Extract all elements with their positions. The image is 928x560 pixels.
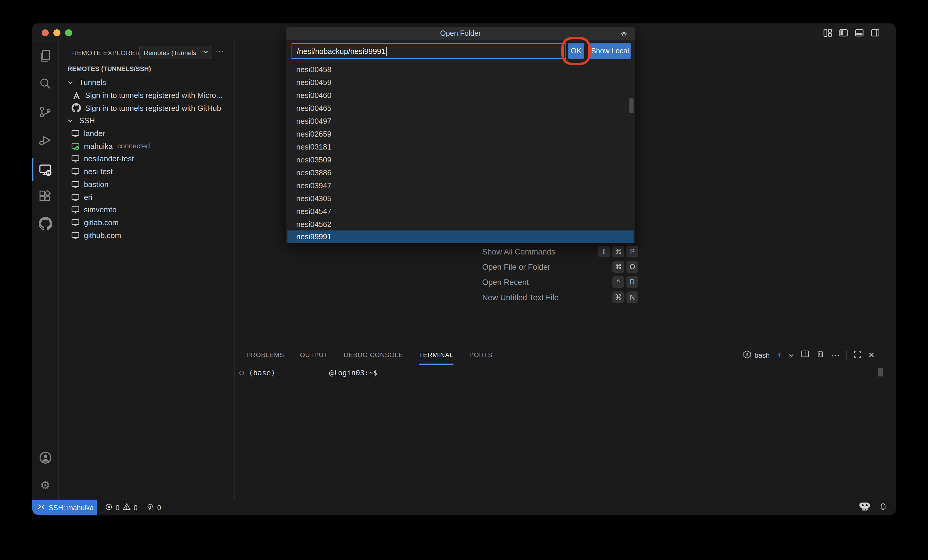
remote-indicator[interactable]: SSH: mahuika [32, 500, 97, 515]
tree-item-github-com[interactable]: github.com [59, 229, 234, 242]
folder-option-nesi00459[interactable]: nesi00459 [286, 76, 635, 89]
panel-tab-terminal[interactable]: TERMINAL [419, 345, 453, 365]
folder-option-nesi03947[interactable]: nesi03947 [286, 179, 635, 192]
terminal-launch-chevron-icon[interactable] [788, 350, 794, 360]
source-control-icon[interactable] [38, 105, 52, 119]
search-icon[interactable] [38, 77, 52, 91]
terminal-prompt-line[interactable]: (base) @login03:~$ [239, 368, 378, 377]
folder-option-nesi03509[interactable]: nesi03509 [286, 153, 635, 166]
folder-path-input[interactable]: /nesi/nobackup/nesi99991 [292, 43, 566, 59]
watermark-command-label: Open File or Folder [482, 262, 551, 271]
keybinding-key: ⌘ [612, 261, 624, 273]
tree-item-nesilander-test[interactable]: nesilander-test [59, 153, 234, 165]
ports-status-item[interactable]: 0 [146, 500, 161, 515]
sidebar-more-actions-button[interactable]: ··· [215, 46, 225, 55]
remotes-section-header[interactable]: REMOTES (TUNNELS/SSH) [67, 65, 151, 72]
macos-minimize-button[interactable] [53, 29, 60, 37]
panel-tab-debug-console[interactable]: DEBUG CONSOLE [344, 345, 403, 365]
settings-gear-icon[interactable]: ⚙ [38, 478, 52, 492]
tree-item-label: simvemto [84, 205, 116, 214]
terminal-scrollbar-thumb[interactable] [878, 368, 883, 377]
ok-button[interactable]: OK [568, 43, 584, 59]
panel-more-actions-icon[interactable]: ⋯ [831, 351, 840, 359]
dialog-scrollbar-thumb[interactable] [629, 98, 633, 113]
error-icon [105, 503, 113, 512]
tree-item-simvemto[interactable]: simvemto [59, 203, 234, 216]
remote-label: SSH: mahuika [49, 504, 93, 512]
tree-item-label: nesi-test [84, 167, 113, 176]
maximize-panel-icon[interactable] [853, 350, 862, 360]
folder-option-nesi03886[interactable]: nesi03886 [286, 166, 635, 179]
ports-forwarded-count: 0 [157, 504, 161, 512]
run-debug-icon[interactable] [38, 133, 52, 147]
folder-option-nesi00465[interactable]: nesi00465 [286, 102, 635, 115]
tree-item-label: SSH [79, 116, 95, 125]
tree-item-bastion[interactable]: bastion [59, 178, 234, 191]
tree-item-eri[interactable]: eri [59, 191, 234, 203]
macos-zoom-button[interactable] [65, 29, 72, 37]
watermark-command-row: Open File or Folder⌘O [482, 259, 638, 275]
show-local-button[interactable]: Show Local [589, 43, 631, 59]
tree-item-ssh[interactable]: SSH [59, 114, 234, 127]
dialog-titlebar[interactable]: Open Folder [286, 27, 635, 40]
remote-view-selector[interactable]: Remotes (Tunnels [139, 46, 212, 59]
watermark-keybinding: ⌘N [612, 291, 638, 303]
notifications-bell-icon[interactable] [879, 502, 888, 513]
close-panel-icon[interactable]: ✕ [868, 351, 875, 359]
folder-option-nesi03181[interactable]: nesi03181 [286, 140, 635, 153]
folder-option-nesi04547[interactable]: nesi04547 [286, 204, 635, 218]
folder-option-nesi99991[interactable]: nesi99991 [287, 230, 633, 243]
watermark-command-label: Show All Commands [482, 247, 555, 256]
split-terminal-icon[interactable] [801, 349, 809, 361]
watermark-command-label: Open Recent [482, 278, 529, 287]
editor-watermark: Show All Commands⇧⌘POpen File or Folder⌘… [482, 244, 638, 305]
github-icon[interactable] [38, 217, 52, 230]
customize-layout-icon[interactable] [823, 28, 832, 38]
watermark-keybinding: ⌘O [612, 261, 638, 273]
toggle-secondary-sidebar-icon[interactable] [870, 28, 880, 38]
tree-item-label: Sign in to tunnels registered with GitHu… [85, 104, 221, 112]
panel-tab-problems[interactable]: PROBLEMS [246, 345, 284, 365]
copilot-icon[interactable] [859, 502, 870, 513]
folder-option-nesi00497[interactable]: nesi00497 [286, 114, 635, 128]
microsoft-icon [72, 91, 81, 100]
tree-item-sign-in-to-tunnels-registered-with-github[interactable]: Sign in to tunnels registered with GitHu… [59, 102, 234, 114]
vm-monitor-icon [70, 129, 80, 138]
folder-option-nesi00460[interactable]: nesi00460 [286, 89, 635, 102]
problems-status-item[interactable]: 0 0 [105, 500, 137, 515]
bottom-panel: PROBLEMSOUTPUTDEBUG CONSOLETERMINALPORTS… [235, 345, 896, 500]
kill-terminal-trash-icon[interactable] [816, 349, 825, 361]
accounts-icon[interactable] [38, 450, 52, 464]
bash-icon: $ [743, 350, 751, 360]
new-terminal-button[interactable]: + [776, 350, 782, 360]
watermark-command-row: Show All Commands⇧⌘P [482, 244, 638, 259]
toggle-panel-icon[interactable] [855, 28, 864, 38]
keybinding-key: ⌘ [612, 246, 624, 258]
tree-item-label: gitlab.com [84, 218, 119, 227]
tree-item-mahuika[interactable]: mahuikaconnected [59, 140, 234, 153]
panel-tab-output[interactable]: OUTPUT [300, 345, 328, 365]
tree-item-gitlab-com[interactable]: gitlab.com [59, 216, 234, 229]
macos-close-button[interactable] [42, 29, 49, 37]
extensions-icon[interactable] [38, 189, 52, 203]
explorer-icon[interactable] [38, 49, 52, 63]
github-icon [72, 103, 81, 113]
tree-item-lander[interactable]: lander [59, 127, 234, 140]
command-decoration-icon [239, 370, 244, 375]
sidebar-title: REMOTE EXPLORER [72, 49, 140, 56]
toggle-primary-sidebar-icon[interactable] [839, 28, 848, 38]
vm-monitor-icon [70, 205, 80, 214]
terminal-host-prompt: @login03:~$ [329, 368, 378, 377]
terminal-instance-item[interactable]: $ bash [743, 350, 769, 360]
folder-option-nesi00458[interactable]: nesi00458 [286, 63, 635, 76]
tree-item-tunnels[interactable]: Tunnels [59, 76, 234, 89]
remote-explorer-icon[interactable] [38, 162, 52, 177]
remote-view-selector-value: Remotes (Tunnels [144, 49, 202, 56]
folder-option-nesi04305[interactable]: nesi04305 [286, 192, 635, 204]
tree-item-label: github.com [84, 231, 121, 240]
tree-item-nesi-test[interactable]: nesi-test [59, 165, 234, 178]
folder-option-nesi04562[interactable]: nesi04562 [286, 218, 635, 230]
panel-tab-ports[interactable]: PORTS [469, 345, 493, 365]
folder-option-nesi02659[interactable]: nesi02659 [286, 128, 635, 140]
tree-item-sign-in-to-tunnels-registered-with-micro[interactable]: Sign in to tunnels registered with Micro… [59, 89, 234, 101]
